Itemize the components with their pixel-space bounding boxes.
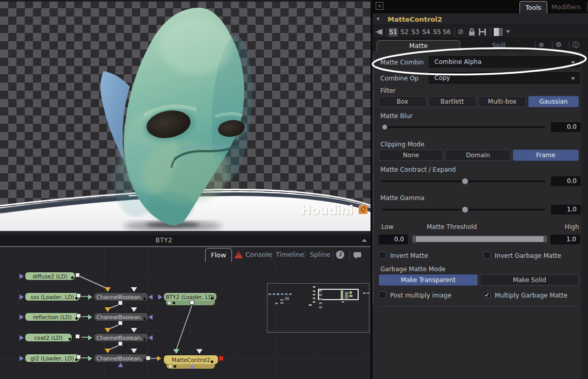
node-sss[interactable]: sss (Loader, LD) xyxy=(25,292,80,301)
viewer-title-bar[interactable]: BTY2 xyxy=(0,235,371,246)
combine-op-dropdown[interactable]: Copy xyxy=(429,72,580,84)
aux-input-icon[interactable] xyxy=(148,335,153,340)
flow-navigator[interactable] xyxy=(267,283,369,333)
node-gi2[interactable]: gi2 (Loader, LD) xyxy=(25,354,80,362)
expand-arrow-icon[interactable] xyxy=(362,239,367,242)
tab-modifiers[interactable]: Modifiers xyxy=(551,3,585,11)
bg-input-icon[interactable] xyxy=(105,349,111,353)
tab-spline[interactable]: Spline xyxy=(310,251,330,258)
input-triangle-icon[interactable] xyxy=(20,335,24,340)
filter-bartlett-button[interactable]: Bartlett xyxy=(428,96,476,107)
tab-tools[interactable]: Tools xyxy=(519,1,547,13)
info-icon[interactable]: i xyxy=(336,251,344,259)
multiply-garbage-checkbox[interactable]: ✓ xyxy=(483,291,491,299)
clipping-none-button[interactable]: None xyxy=(379,150,443,161)
mask-input-icon[interactable] xyxy=(131,349,137,353)
panel-scroll-gutter[interactable] xyxy=(581,51,588,379)
matte-blur-value[interactable]: 0.0 xyxy=(551,122,581,132)
filter-gaussian-button[interactable]: Gaussian xyxy=(528,96,579,107)
input-triangle-icon[interactable] xyxy=(158,294,162,300)
info-icon[interactable]: ⓘ xyxy=(573,41,579,50)
output-square[interactable] xyxy=(75,334,80,339)
node-channelboolean-2[interactable]: ChannelBoolean... xyxy=(94,312,148,321)
matte-gamma-value[interactable]: 1.0 xyxy=(551,205,581,215)
node-mattecontrol2[interactable]: MatteControl2 xyxy=(163,355,219,365)
input-triangle-icon[interactable] xyxy=(20,356,24,361)
filter-box-button[interactable]: Box xyxy=(379,96,426,107)
input-triangle-icon[interactable] xyxy=(20,274,24,279)
output-square[interactable] xyxy=(190,300,194,305)
invert-matte-checkbox[interactable] xyxy=(379,252,386,259)
clipping-frame-button[interactable]: Frame xyxy=(513,150,579,161)
matte-blur-handle[interactable] xyxy=(382,124,388,130)
mask-input-icon[interactable] xyxy=(131,307,137,312)
threshold-high-handle[interactable] xyxy=(544,235,547,243)
tool-header[interactable]: ▾ MatteControl2 xyxy=(373,13,588,25)
node-reflection[interactable]: reflection (LD) xyxy=(25,312,80,321)
version-s3[interactable]: S3 xyxy=(411,28,420,37)
mask-input-icon[interactable] xyxy=(196,349,203,354)
node-channelboolean-1[interactable]: ChannelBoolean... xyxy=(94,292,148,301)
tab-console[interactable]: Console xyxy=(245,251,272,258)
bg-input-icon[interactable] xyxy=(105,307,111,312)
fg-input-icon[interactable] xyxy=(88,294,92,300)
pin-icon[interactable] xyxy=(376,28,384,36)
input-triangle-icon[interactable] xyxy=(20,315,24,320)
version-s6[interactable]: S6 xyxy=(442,28,451,37)
tab-spill[interactable]: Spill xyxy=(465,41,532,49)
tab-flow[interactable]: Flow xyxy=(205,248,232,262)
color-swatch[interactable] xyxy=(493,27,503,37)
threshold-high-value[interactable]: 1.0 xyxy=(550,235,580,244)
make-solid-button[interactable]: Make Solid xyxy=(480,274,579,286)
collapse-panel-icon[interactable]: v xyxy=(376,2,383,10)
controls-icon[interactable]: ⊛ xyxy=(539,41,544,48)
settings-gear-icon[interactable]: ⚙ xyxy=(556,41,562,48)
version-s5[interactable]: S5 xyxy=(432,28,442,37)
threshold-low-handle[interactable] xyxy=(413,235,416,243)
mask-input-icon[interactable] xyxy=(131,328,137,333)
clipping-domain-button[interactable]: Domain xyxy=(445,150,511,161)
swatch-dropdown-icon[interactable] xyxy=(506,30,510,33)
chevron-down-icon[interactable]: ▾ xyxy=(377,15,380,22)
bg-input-icon[interactable] xyxy=(105,287,111,292)
bg-input-icon[interactable] xyxy=(157,356,161,361)
output-square[interactable] xyxy=(75,273,80,277)
version-s4[interactable]: S4 xyxy=(422,28,431,37)
aux-input-icon[interactable] xyxy=(148,315,153,320)
tab-matte[interactable]: Matte xyxy=(377,40,460,51)
tab-timeline[interactable]: Timeline xyxy=(276,251,304,258)
lock-icon[interactable] xyxy=(468,28,475,36)
invert-garbage-matte-checkbox[interactable] xyxy=(483,252,491,259)
bg-input-icon[interactable] xyxy=(105,328,111,333)
matte-gamma-handle[interactable] xyxy=(462,206,468,213)
render-viewport[interactable]: Houdini Houdini 3D ANIMATION TOOLS xyxy=(0,0,371,235)
matte-contract-value[interactable]: 0.0 xyxy=(551,176,581,186)
make-transparent-button[interactable]: Make Transparent xyxy=(379,274,478,286)
output-square[interactable] xyxy=(118,321,123,325)
output-square[interactable] xyxy=(118,341,123,346)
comment-icon[interactable] xyxy=(354,252,361,257)
matte-blur-slider[interactable] xyxy=(382,126,545,128)
mask-input-icon[interactable] xyxy=(131,287,137,292)
output-square[interactable] xyxy=(146,356,150,360)
aux-input-icon[interactable] xyxy=(190,364,195,369)
node-diffuse2[interactable]: diffuse2 (LD) xyxy=(25,272,75,281)
input-triangle-icon[interactable] xyxy=(20,294,24,300)
aux-input-icon[interactable] xyxy=(148,294,153,300)
fg-input-icon[interactable] xyxy=(88,335,92,340)
version-s1[interactable]: S1 xyxy=(389,28,398,37)
version-s2[interactable]: S2 xyxy=(400,28,409,37)
navigator-view-rect[interactable] xyxy=(318,289,359,300)
node-channelboolean-3[interactable]: ChannelBoolean... xyxy=(94,333,148,342)
threshold-low-value[interactable]: 0.0 xyxy=(379,235,408,244)
aux-input-icon[interactable] xyxy=(118,362,123,367)
fg-input-icon[interactable] xyxy=(88,315,92,320)
flow-view[interactable]: diffuse2 (LD) sss (Loader, LD) reflectio… xyxy=(0,247,371,379)
filter-multibox-button[interactable]: Multi-box xyxy=(478,96,526,107)
selected-output-square[interactable] xyxy=(219,356,224,361)
disable-icon[interactable]: ⊘ xyxy=(458,27,464,36)
post-multiply-checkbox[interactable] xyxy=(379,291,386,299)
matte-contract-handle[interactable] xyxy=(462,178,468,185)
fg-input-icon[interactable] xyxy=(173,349,179,354)
node-coat2[interactable]: coat2 (LD) xyxy=(25,333,72,342)
